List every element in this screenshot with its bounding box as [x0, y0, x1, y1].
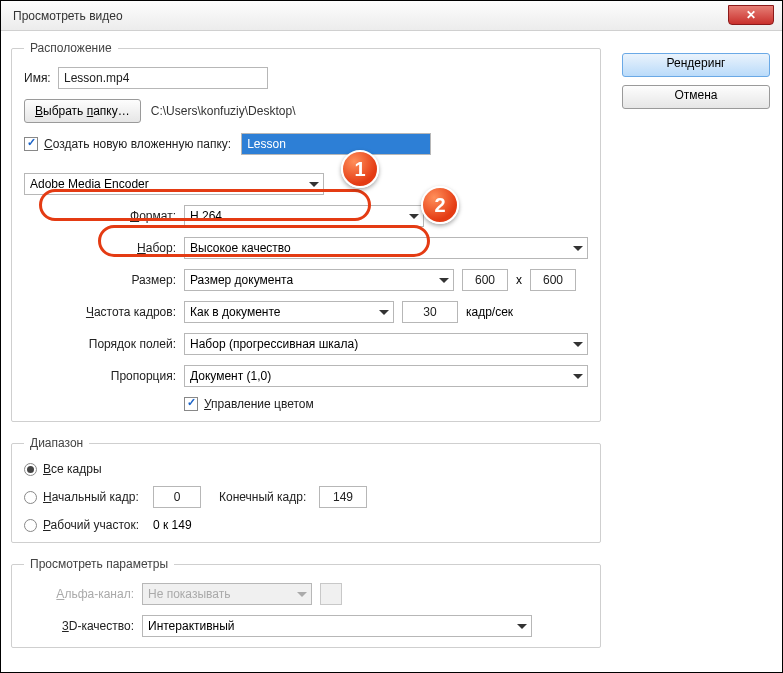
chevron-down-icon: [375, 302, 393, 322]
svg-marker-6: [573, 374, 583, 379]
location-legend: Расположение: [24, 41, 118, 55]
alpha-value: Не показывать: [148, 587, 230, 601]
all-frames-label: Все кадры: [43, 462, 102, 476]
start-frame-label: Начальный кадр:: [43, 490, 153, 504]
ratio-dropdown[interactable]: Документ (1,0): [184, 365, 588, 387]
chevron-down-icon: [569, 366, 587, 386]
color-mgmt-checkbox[interactable]: [184, 397, 198, 411]
encoder-dropdown[interactable]: Adobe Media Encoder: [24, 173, 324, 195]
range-group: Диапазон Все кадры Начальный кадр: Конеч…: [11, 436, 601, 543]
callout-1: 1: [341, 150, 379, 188]
work-area-radio[interactable]: [24, 519, 37, 532]
callout-2: 2: [421, 186, 459, 224]
chevron-down-icon: [569, 238, 587, 258]
size-label: Размер:: [66, 273, 176, 287]
svg-marker-8: [517, 624, 527, 629]
width-input[interactable]: [462, 269, 508, 291]
quality-label: 3D-качество:: [24, 619, 134, 633]
end-frame-label: Конечный кадр:: [219, 490, 319, 504]
chevron-down-icon: [305, 174, 323, 194]
svg-marker-0: [309, 182, 319, 187]
format-label: Формат:: [66, 209, 176, 223]
name-label: Имя:: [24, 71, 58, 85]
preview-legend: Просмотреть параметры: [24, 557, 174, 571]
name-input[interactable]: [58, 67, 268, 89]
chevron-down-icon: [405, 206, 423, 226]
color-mgmt-label: Управление цветом: [204, 397, 314, 411]
alpha-label: Альфа-канал:: [24, 587, 134, 601]
chevron-down-icon: [293, 584, 311, 604]
path-text: C:\Users\konfuziy\Desktop\: [151, 104, 296, 118]
quality-dropdown[interactable]: Интерактивный: [142, 615, 532, 637]
svg-marker-3: [439, 278, 449, 283]
start-frame-radio[interactable]: [24, 491, 37, 504]
svg-marker-1: [409, 214, 419, 219]
fps-unit: кадр/сек: [466, 305, 513, 319]
window-title: Просмотреть видео: [13, 9, 123, 23]
alpha-dropdown: Не показывать: [142, 583, 312, 605]
format-dropdown[interactable]: H.264: [184, 205, 424, 227]
subfolder-label: Создать новую вложенную папку:: [44, 137, 231, 151]
quality-value: Интерактивный: [148, 619, 235, 633]
preset-value: Высокое качество: [190, 241, 291, 255]
location-group: Расположение Имя: Выбрать папку… C:\User…: [11, 41, 601, 422]
height-input[interactable]: [530, 269, 576, 291]
fps-mode-value: Как в документе: [190, 305, 280, 319]
chevron-down-icon: [569, 334, 587, 354]
encoder-value: Adobe Media Encoder: [30, 177, 149, 191]
field-dropdown[interactable]: Набор (прогрессивная шкала): [184, 333, 588, 355]
start-frame-input[interactable]: [153, 486, 201, 508]
svg-marker-2: [573, 246, 583, 251]
browse-button[interactable]: Выбрать папку…: [24, 99, 141, 123]
field-label: Порядок полей:: [66, 337, 176, 351]
render-button[interactable]: Рендеринг: [622, 53, 770, 77]
close-icon: ✕: [746, 8, 756, 22]
ratio-label: Пропорция:: [66, 369, 176, 383]
size-value: Размер документа: [190, 273, 293, 287]
fps-input[interactable]: [402, 301, 458, 323]
cancel-button[interactable]: Отмена: [622, 85, 770, 109]
field-value: Набор (прогрессивная шкала): [190, 337, 358, 351]
preset-dropdown[interactable]: Высокое качество: [184, 237, 588, 259]
work-area-value: 0 к 149: [153, 518, 192, 532]
format-value: H.264: [190, 209, 222, 223]
size-dropdown[interactable]: Размер документа: [184, 269, 454, 291]
x-label: x: [516, 273, 522, 287]
preview-group: Просмотреть параметры Альфа-канал: Не по…: [11, 557, 601, 648]
chevron-down-icon: [435, 270, 453, 290]
end-frame-input[interactable]: [319, 486, 367, 508]
close-button[interactable]: ✕: [728, 5, 774, 25]
ratio-value: Документ (1,0): [190, 369, 271, 383]
subfolder-input[interactable]: [241, 133, 431, 155]
subfolder-checkbox[interactable]: [24, 137, 38, 151]
fps-mode-dropdown[interactable]: Как в документе: [184, 301, 394, 323]
svg-marker-7: [297, 592, 307, 597]
chevron-down-icon: [513, 616, 531, 636]
fps-label: Частота кадров:: [66, 305, 176, 319]
preset-label: Набор:: [66, 241, 176, 255]
alpha-color-button: [320, 583, 342, 605]
range-legend: Диапазон: [24, 436, 89, 450]
svg-marker-5: [573, 342, 583, 347]
all-frames-radio[interactable]: [24, 463, 37, 476]
work-area-label: Рабочий участок:: [43, 518, 153, 532]
svg-marker-4: [379, 310, 389, 315]
